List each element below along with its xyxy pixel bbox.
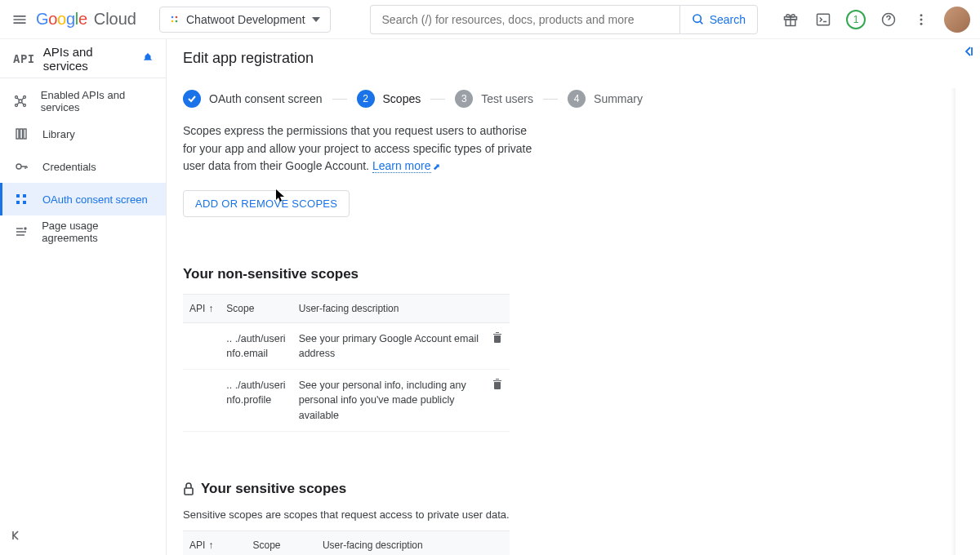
cell-api [183,370,220,431]
sort-up-icon: ↑ [208,303,213,314]
project-selector[interactable]: Chatwoot Development [159,7,331,33]
search-icon [692,13,705,26]
notifications-icon[interactable]: 1 [846,10,866,29]
col-scope[interactable]: Scope [246,531,315,555]
enabled-apis-icon [13,95,28,108]
project-icon [170,15,180,24]
non-sensitive-title: Your non-sensitive scopes [183,266,673,282]
svg-rect-21 [24,129,26,139]
svg-point-2 [172,20,174,22]
page-title: Edit app registration [167,39,980,78]
step-label: Scopes [383,92,421,105]
step-summary[interactable]: 4 Summary [568,90,643,108]
step-label: Test users [481,92,533,105]
sensitive-scopes-table: API↑ Scope User-facing description No ro… [183,531,510,555]
search-button-label: Search [710,13,746,26]
help-icon[interactable] [879,10,898,29]
main: Edit app registration OAuth consent scre… [167,39,980,555]
cloud-shell-icon[interactable] [813,10,833,29]
col-desc[interactable]: User-facing description [292,295,485,323]
svg-point-22 [16,164,21,169]
col-api[interactable]: API↑ [183,295,220,323]
svg-rect-20 [20,129,23,139]
sidebar-item-oauth-consent[interactable]: OAuth consent screen [0,183,166,215]
sidebar-header: API APIs and services [0,39,166,78]
search-button[interactable]: Search [679,5,758,34]
cell-scope: .. ./auth/userinfo.profile [220,370,292,431]
sidebar: API APIs and services Enabled APIs and s… [0,39,167,555]
collapse-sidebar-icon[interactable] [7,526,26,545]
step-test-users[interactable]: 3 Test users [455,90,533,108]
svg-point-13 [920,22,923,24]
menu-icon[interactable] [10,10,29,29]
avatar[interactable] [944,7,970,33]
notification-count: 1 [853,14,859,25]
svg-rect-26 [23,201,26,204]
svg-point-4 [693,15,701,22]
sensitive-title: Your sensitive scopes [183,481,673,497]
chevron-down-icon [312,17,320,22]
expand-panel-icon[interactable] [963,46,974,57]
sidebar-title: APIs and services [43,45,131,73]
lock-icon [183,482,194,495]
library-icon [13,127,29,140]
svg-rect-9 [817,14,830,24]
sidebar-item-agreements[interactable]: Page usage agreements [0,215,166,248]
pin-icon[interactable] [143,53,153,64]
col-api[interactable]: API↑ [183,531,246,555]
non-sensitive-scopes-table: API↑ Scope User-facing description .. ./… [183,294,510,432]
table-row: .. ./auth/userinfo.email See your primar… [183,323,510,370]
step-line [430,99,445,100]
gcp-logo[interactable]: Google Cloud [36,10,136,29]
svg-rect-19 [16,129,19,139]
top-actions: 1 [781,7,970,33]
svg-point-12 [920,18,923,20]
sidebar-item-label: OAuth consent screen [42,193,148,206]
step-oauth-consent[interactable]: OAuth consent screen [183,90,323,108]
right-rail [957,39,980,555]
agreements-icon [13,225,29,238]
sidebar-item-library[interactable]: Library [0,118,166,150]
stepper: OAuth consent screen 2 Scopes 3 Test use… [167,78,980,122]
cell-scope: .. ./auth/userinfo.email [220,323,292,370]
learn-more-label: Learn more [372,159,431,172]
credentials-icon [13,160,29,173]
svg-point-1 [176,16,178,18]
sidebar-item-enabled-apis[interactable]: Enabled APIs and services [0,85,166,118]
sidebar-item-credentials[interactable]: Credentials [0,150,166,183]
svg-rect-24 [23,194,26,198]
cloud-label: Cloud [94,10,136,29]
sidebar-item-label: Library [42,128,75,140]
svg-rect-23 [16,194,20,198]
col-scope[interactable]: Scope [220,295,292,323]
search-container: Search [370,5,758,34]
delete-icon[interactable] [492,378,503,389]
svg-point-27 [24,228,26,229]
step-scopes[interactable]: 2 Scopes [357,90,421,108]
col-api-label: API [189,303,205,314]
scopes-description: Scopes express the permissions that you … [183,122,534,175]
add-remove-scopes-button[interactable]: Add or remove scopes [183,190,350,217]
sensitive-title-label: Your sensitive scopes [201,481,346,497]
step-label: Summary [594,92,643,105]
svg-point-0 [172,16,174,18]
step-number: 3 [455,90,473,108]
step-line [332,99,347,100]
svg-point-11 [920,14,923,16]
cell-desc: See your primary Google Account email ad… [292,323,485,370]
search-input[interactable] [370,5,679,34]
svg-rect-25 [16,201,20,204]
more-icon[interactable] [911,10,931,29]
step-number: 4 [568,90,586,108]
external-link-icon: ⬈ [433,162,440,171]
sidebar-item-label: Enabled APIs and services [41,89,153,113]
sensitive-subtitle: Sensitive scopes are scopes that request… [183,508,673,521]
sort-up-icon: ↑ [208,539,213,551]
learn-more-link[interactable]: Learn more [372,159,431,173]
table-row: .. ./auth/userinfo.profile See your pers… [183,370,510,431]
col-desc[interactable]: User-facing description [316,531,510,555]
cell-desc: See your personal info, including any pe… [292,370,485,431]
delete-icon[interactable] [492,331,503,343]
gift-icon[interactable] [781,10,800,29]
check-icon [183,90,201,108]
